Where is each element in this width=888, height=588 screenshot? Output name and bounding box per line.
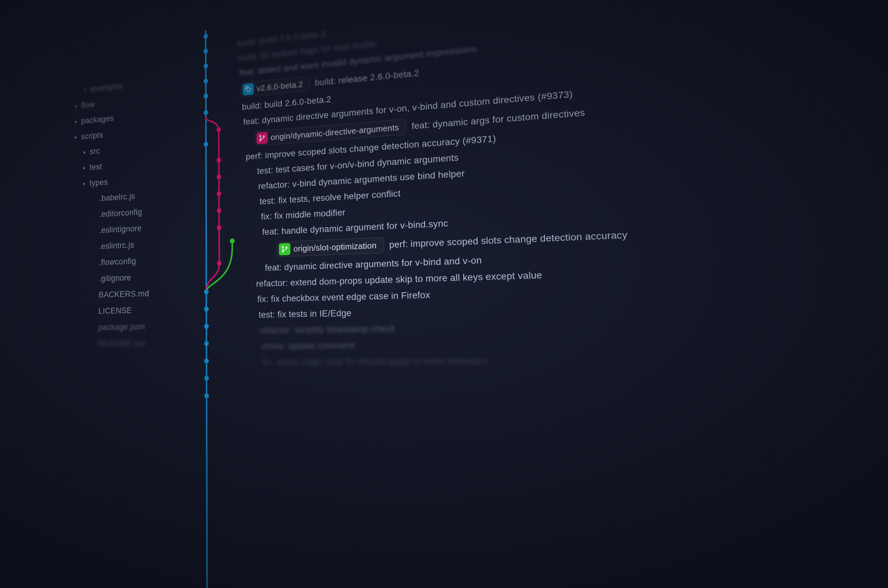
commit-message: fix: fix checkbox event edge case in Fir… [257, 290, 430, 304]
commit-row[interactable]: chore: update comment [261, 333, 888, 351]
commit-message: build: build 2.6.0-beta.2 [242, 94, 332, 112]
tree-item-label: flow [81, 99, 95, 110]
commit-message: chore: update comment [261, 340, 355, 351]
svg-point-13 [204, 393, 209, 398]
tree-item[interactable]: .flowconfig [67, 253, 181, 270]
chevron-right-icon: ▸ [84, 86, 87, 93]
commit-row[interactable]: fix: async edge case fix should apply to… [263, 353, 888, 367]
chevron-right-icon: ▸ [74, 134, 78, 140]
git-branch-icon [256, 132, 268, 144]
chevron-right-icon [75, 73, 78, 74]
tree-item-label: examples [90, 81, 123, 94]
chip-label: origin/slot-optimization [293, 240, 377, 254]
tree-item-label: packages [81, 113, 114, 126]
commit-message: feat: handle dynamic argument for v-bind… [262, 218, 448, 237]
tree-item[interactable]: LICENSE [66, 303, 181, 318]
commit-message: build: release 2.6.0-beta.2 [315, 68, 419, 88]
commit-message: test: fix tests, resolve helper conflict [260, 188, 400, 207]
commit-message: perf: improve scoped slots change detect… [389, 230, 628, 250]
tree-item[interactable]: .editorconfig [67, 204, 181, 222]
tree-item-label: .gitignore [99, 273, 131, 284]
tag-icon [243, 83, 254, 95]
tree-item[interactable]: .babelrc.js [67, 187, 181, 206]
chevron-right-icon [93, 199, 96, 199]
tag-chip[interactable]: v2.6.0-beta.2 [241, 76, 310, 98]
tree-item[interactable]: package.json [66, 320, 181, 334]
commit-message: test: fix tests in IE/Edge [259, 308, 352, 320]
chip-label: origin/dynamic-directive-arguments [270, 122, 399, 142]
svg-point-12 [204, 376, 209, 381]
commit-message: fix: fix middle modifier [261, 207, 346, 222]
tree-item-label: README.md [98, 338, 145, 349]
chevron-right-icon: ▸ [83, 149, 87, 155]
tree-item[interactable]: README.md [66, 337, 181, 350]
tree-item-label: LICENSE [99, 306, 132, 316]
commit-log-panel: build: build 2.6.0-beta.3build: fix feat… [181, 0, 888, 588]
chevron-right-icon [84, 78, 87, 79]
tree-item-label: test [90, 162, 102, 172]
chip-label: v2.6.0-beta.2 [257, 80, 303, 93]
commit-message: fix: async edge case fix should apply to… [263, 356, 488, 367]
svg-point-22 [246, 88, 248, 89]
commit-message: refactor: simplify timestamp check [260, 323, 396, 336]
chevron-right-icon [92, 231, 96, 231]
git-branch-icon [279, 243, 291, 255]
tree-item[interactable]: BACKERS.md [66, 286, 181, 302]
commit-message: refactor: extend dom-props update skip t… [256, 270, 542, 289]
chevron-right-icon: ▸ [83, 180, 86, 187]
chevron-right-icon: ▸ [75, 103, 78, 109]
tree-item[interactable]: .eslintrc.js [67, 237, 181, 254]
chevron-right-icon: ▸ [75, 118, 78, 125]
commit-message: feat: dynamic directive arguments for v-… [265, 255, 482, 273]
tree-item-label: .flowconfig [99, 256, 136, 267]
tree-item[interactable]: ▸types [68, 171, 181, 190]
chevron-right-icon [75, 67, 78, 67]
branch-chip[interactable]: origin/slot-optimization [277, 237, 384, 257]
tree-item-label: package.json [98, 322, 145, 332]
tree-item-label: src [90, 146, 100, 156]
file-tree-sidebar: ▸examples▸flow▸packages▸scripts▸src▸test… [63, 45, 181, 571]
tree-item-label: .babelrc.js [99, 191, 135, 203]
tree-item-label: BACKERS.md [99, 288, 149, 300]
tree-item[interactable]: .gitignore [67, 270, 181, 286]
tree-item-label: .eslintignore [99, 223, 142, 235]
chevron-right-icon [92, 214, 96, 215]
tree-item-label: scripts [81, 130, 104, 141]
svg-point-0 [203, 34, 208, 39]
chevron-right-icon [75, 61, 79, 61]
tree-item-label: .editorconfig [99, 207, 142, 219]
chevron-right-icon: ▸ [83, 164, 87, 171]
tree-item[interactable]: .eslintignore [67, 220, 181, 238]
tree-item-label: types [90, 177, 108, 188]
tree-item-label: .eslintrc.js [99, 240, 134, 251]
commit-row[interactable]: origin/slot-optimizationperf: improve sc… [254, 213, 888, 258]
